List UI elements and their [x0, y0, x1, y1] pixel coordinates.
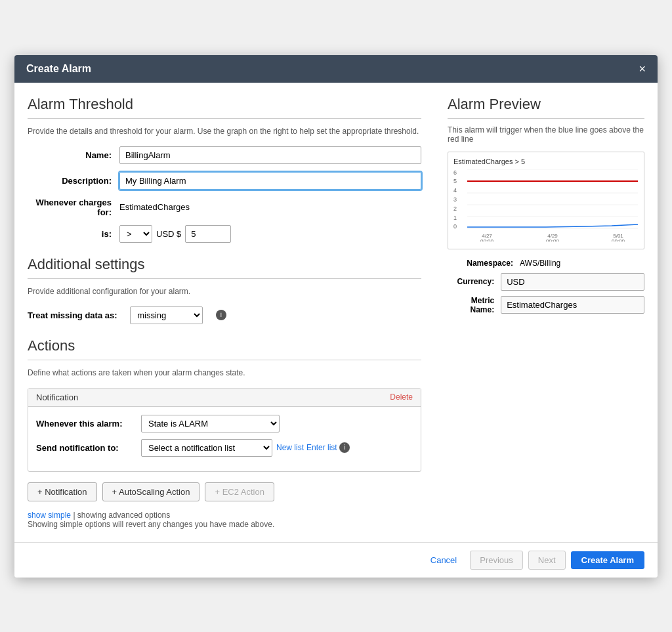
operator-select[interactable]: > >= < <= =	[119, 225, 152, 243]
additional-settings-section: Additional settings Provide additional c…	[28, 256, 421, 324]
threshold-input[interactable]	[185, 225, 231, 243]
y-label-3: 3	[453, 196, 464, 203]
previous-button[interactable]: Previous	[470, 551, 523, 570]
y-label-1: 1	[453, 215, 464, 221]
chart-area-wrapper: 6 5 4 3 2 1 0	[453, 169, 639, 243]
threshold-controls: > >= < <= = USD $	[119, 225, 231, 243]
notification-body: Whenever this alarm: State is ALARM Stat…	[28, 407, 421, 471]
treat-missing-label: Treat missing data as:	[28, 310, 117, 320]
alarm-preview-desc: This alarm will trigger when the blue li…	[448, 125, 644, 144]
usd-label: USD $	[156, 229, 181, 239]
create-alarm-button[interactable]: Create Alarm	[571, 551, 644, 569]
add-autoscaling-button[interactable]: + AutoScaling Action	[102, 482, 200, 501]
is-row: is: > >= < <= = USD $	[28, 225, 421, 243]
whenever-row: Whenever charges for: EstimatedCharges	[28, 198, 421, 217]
alarm-state-select[interactable]: State is ALARM State is OK State is INSU…	[141, 415, 280, 432]
actions-desc: Define what actions are taken when your …	[28, 368, 421, 377]
whenever-alarm-label: Whenever this alarm:	[36, 419, 141, 429]
modal-title: Create Alarm	[26, 63, 91, 75]
alarm-threshold-title: Alarm Threshold	[28, 96, 421, 113]
actions-section: Actions Define what actions are taken wh…	[28, 337, 421, 501]
notification-list-select[interactable]: Select a notification list	[141, 439, 272, 457]
namespace-value: AWS/Billing	[520, 259, 560, 268]
notification-header: Notification Delete	[28, 389, 421, 407]
chart-container: EstimatedCharges > 5 6 5 4 3 2 1 0	[448, 152, 644, 249]
additional-settings-divider	[28, 278, 421, 279]
left-panel: Alarm Threshold Provide the details and …	[28, 96, 434, 529]
metric-name-label: Metric Name:	[448, 296, 501, 314]
send-notification-label: Send notification to:	[36, 443, 141, 453]
name-label: Name:	[28, 150, 119, 160]
whenever-label: Whenever charges for:	[28, 198, 119, 217]
cancel-button[interactable]: Cancel	[423, 551, 465, 569]
description-row: Description:	[28, 172, 421, 190]
description-field-container	[119, 172, 421, 190]
additional-settings-desc: Provide additional configuration for you…	[28, 287, 421, 296]
description-label: Description:	[28, 176, 119, 186]
delete-link[interactable]: Delete	[390, 392, 413, 402]
svg-text:00:00: 00:00	[480, 238, 494, 242]
add-notification-button[interactable]: + Notification	[28, 482, 97, 501]
action-buttons: + Notification + AutoScaling Action + EC…	[28, 482, 421, 501]
currency-row: Currency:	[448, 273, 644, 291]
modal-body: Alarm Threshold Provide the details and …	[14, 83, 658, 542]
whenever-alarm-row: Whenever this alarm: State is ALARM Stat…	[36, 415, 413, 432]
actions-title: Actions	[28, 337, 421, 354]
metric-name-input[interactable]	[501, 296, 644, 314]
notification-box: Notification Delete Whenever this alarm:…	[28, 388, 421, 472]
svg-text:00:00: 00:00	[546, 238, 560, 242]
y-label-2: 2	[453, 205, 464, 212]
currency-label: Currency:	[448, 277, 501, 286]
whenever-value: EstimatedCharges	[119, 202, 190, 212]
alarm-preview-title: Alarm Preview	[448, 96, 644, 113]
send-notification-row: Send notification to: Select a notificat…	[36, 439, 413, 457]
right-panel: Alarm Preview This alarm will trigger wh…	[434, 96, 644, 529]
is-label: is:	[28, 229, 119, 239]
alarm-threshold-desc: Provide the details and threshold for yo…	[28, 127, 421, 136]
description-input[interactable]	[119, 172, 421, 190]
additional-settings-title: Additional settings	[28, 256, 421, 273]
show-simple-note: Showing simple options will revert any c…	[28, 520, 274, 529]
show-simple-link[interactable]: show simple	[28, 511, 71, 520]
y-axis-labels: 6 5 4 3 2 1 0	[453, 169, 464, 243]
name-row: Name:	[28, 146, 421, 164]
actions-divider	[28, 360, 421, 360]
svg-text:00:00: 00:00	[612, 238, 625, 242]
namespace-label: Namespace:	[448, 259, 520, 268]
treat-missing-info-icon[interactable]: i	[216, 310, 226, 320]
y-label-6: 6	[453, 169, 464, 176]
treat-missing-select[interactable]: missing notBreaching breaching ignore	[130, 306, 203, 324]
modal-header: Create Alarm ×	[14, 55, 658, 83]
chart-svg: 4/27 00:00 4/29 00:00 5/01 00:00	[467, 169, 639, 242]
notification-label: Notification	[36, 392, 78, 402]
show-simple-row: show simple | showing advanced options S…	[28, 511, 421, 529]
y-label-4: 4	[453, 187, 464, 194]
showing-advanced-text: | showing advanced options	[73, 511, 170, 520]
notification-info-icon[interactable]: i	[339, 442, 350, 453]
add-ec2-button[interactable]: + EC2 Action	[205, 482, 274, 501]
next-button[interactable]: Next	[528, 551, 566, 570]
y-label-5: 5	[453, 178, 464, 184]
alarm-preview-divider	[448, 118, 644, 119]
close-button[interactable]: ×	[639, 63, 646, 75]
modal-footer: Cancel Previous Next Create Alarm	[14, 542, 658, 578]
chart-label: EstimatedCharges > 5	[453, 158, 639, 165]
name-input[interactable]	[119, 146, 421, 164]
chart-svg-container: 4/27 00:00 4/29 00:00 5/01 00:00	[467, 169, 639, 243]
namespace-row: Namespace: AWS/Billing	[448, 259, 644, 268]
alarm-threshold-divider	[28, 118, 421, 119]
name-field-container	[119, 146, 421, 164]
new-list-link[interactable]: New list	[276, 443, 304, 452]
metric-name-row: Metric Name:	[448, 296, 644, 314]
currency-input[interactable]	[501, 273, 644, 291]
treat-missing-row: Treat missing data as: missing notBreach…	[28, 306, 421, 324]
y-label-0: 0	[453, 223, 464, 230]
enter-list-link[interactable]: Enter list	[306, 443, 337, 452]
